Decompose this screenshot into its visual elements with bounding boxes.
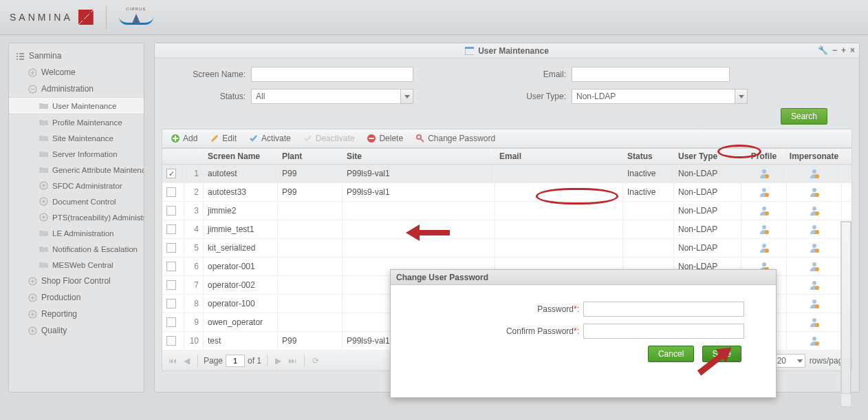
impersonate-icon[interactable] xyxy=(787,165,842,182)
save-button[interactable]: Save xyxy=(702,346,741,362)
col-status[interactable]: Status xyxy=(623,149,674,164)
nav-document-control[interactable]: Document Control xyxy=(9,193,144,209)
row-checkbox[interactable] xyxy=(166,169,176,178)
profile-icon[interactable] xyxy=(741,183,787,201)
first-page-icon[interactable]: ⏮ xyxy=(166,356,179,366)
svg-point-31 xyxy=(812,207,816,211)
row-checkbox[interactable] xyxy=(166,299,176,308)
nav-quality[interactable]: Quality xyxy=(9,322,144,339)
edit-button[interactable]: Edit xyxy=(204,132,242,145)
impersonate-icon[interactable] xyxy=(787,239,842,257)
svg-point-52 xyxy=(815,304,819,308)
impersonate-icon[interactable] xyxy=(787,276,842,294)
folder-icon xyxy=(39,134,48,143)
nav-welcome[interactable]: Welcome xyxy=(9,64,144,81)
table-row[interactable]: 4jimmie_test1Non-LDAP xyxy=(162,220,851,239)
change-password-button[interactable]: Change Password xyxy=(410,132,501,145)
minus-circle-icon xyxy=(28,85,37,94)
refresh-icon[interactable]: ⟳ xyxy=(310,356,321,366)
user-type-select[interactable]: Non-LDAP xyxy=(572,89,748,104)
nav-pts-admin[interactable]: PTS(traceability) Administration xyxy=(9,209,144,225)
col-profile[interactable]: Profile xyxy=(741,149,787,164)
nav-user-maintenance[interactable]: User Maintenance xyxy=(9,97,144,114)
cancel-button[interactable]: Cancel xyxy=(648,346,694,362)
maximize-icon[interactable]: + xyxy=(841,45,846,55)
nav-le-admin[interactable]: LE Administration xyxy=(9,225,144,241)
profile-icon[interactable] xyxy=(741,239,787,257)
grid-scrollbar[interactable] xyxy=(840,221,851,407)
col-impersonate[interactable]: Impersonate xyxy=(787,149,842,164)
nav-profile-maintenance[interactable]: Profile Maintenance xyxy=(9,114,144,130)
profile-icon[interactable] xyxy=(741,202,787,220)
table-row[interactable]: 3jimmie2Non-LDAP xyxy=(162,202,851,220)
table-row[interactable]: 2autotest33P99P99ls9-val1InactiveNon-LDA… xyxy=(162,183,851,202)
deactivate-button[interactable]: Deactivate xyxy=(298,132,360,145)
col-plant[interactable]: Plant xyxy=(278,149,343,164)
nav-shop-floor[interactable]: Shop Floor Control xyxy=(9,273,144,289)
check-blue-icon xyxy=(249,134,259,143)
impersonate-icon[interactable] xyxy=(787,220,842,238)
tree-root[interactable]: Sanmina xyxy=(9,48,144,64)
col-user-type[interactable]: User Type xyxy=(674,149,741,164)
next-page-icon[interactable]: ▶ xyxy=(273,356,283,366)
profile-icon[interactable] xyxy=(741,220,787,238)
impersonate-icon[interactable] xyxy=(787,313,842,331)
add-button[interactable]: Add xyxy=(165,132,203,145)
nav-notification[interactable]: Notification & Escalation xyxy=(9,241,144,257)
status-select[interactable]: All xyxy=(251,89,413,104)
minimize-icon[interactable]: − xyxy=(832,45,837,55)
change-password-dialog: Change User Password Password*: Confirm … xyxy=(390,269,777,398)
email-input[interactable] xyxy=(572,67,730,82)
impersonate-icon[interactable] xyxy=(787,183,842,201)
folder-icon xyxy=(39,260,48,269)
impersonate-icon[interactable] xyxy=(787,258,842,275)
svg-point-55 xyxy=(812,318,816,322)
nav-sfdc-admin[interactable]: SFDC Administrator xyxy=(9,178,144,193)
search-button[interactable]: Search xyxy=(781,108,827,125)
row-checkbox[interactable] xyxy=(166,243,176,253)
confirm-password-input[interactable] xyxy=(583,324,744,339)
col-site[interactable]: Site xyxy=(343,149,495,164)
row-checkbox[interactable] xyxy=(166,206,176,216)
col-email[interactable]: Email xyxy=(495,149,623,164)
svg-point-48 xyxy=(815,286,819,290)
folder-icon xyxy=(39,101,48,110)
page-size-select[interactable]: 20 xyxy=(774,354,805,368)
svg-rect-3 xyxy=(19,56,24,57)
impersonate-icon[interactable] xyxy=(787,332,842,350)
impersonate-icon[interactable] xyxy=(787,295,842,313)
row-checkbox[interactable] xyxy=(166,336,176,346)
row-checkbox[interactable] xyxy=(166,317,176,327)
table-row[interactable]: 1autotestP99P99ls9-val1InactiveNon-LDAP xyxy=(162,165,851,183)
row-checkbox[interactable] xyxy=(166,262,176,271)
folder-icon xyxy=(39,149,48,158)
impersonate-icon[interactable] xyxy=(787,202,842,220)
plus-circle-icon xyxy=(28,293,37,302)
delete-button[interactable]: Delete xyxy=(361,132,409,145)
prev-page-icon[interactable]: ◀ xyxy=(182,356,192,366)
nav-generic-attribute[interactable]: Generic Attribute Maintenance xyxy=(9,162,144,178)
last-page-icon[interactable]: ⏭ xyxy=(286,356,299,366)
page-input[interactable] xyxy=(226,355,245,367)
nav-reporting[interactable]: Reporting xyxy=(9,306,144,322)
activate-button[interactable]: Activate xyxy=(243,132,296,145)
close-icon[interactable]: × xyxy=(850,45,855,55)
wrench-icon[interactable]: 🔧 xyxy=(818,45,828,55)
row-checkbox[interactable] xyxy=(166,280,176,290)
row-checkbox[interactable] xyxy=(166,224,176,234)
col-screen-name[interactable]: Screen Name xyxy=(204,149,278,164)
app-header: SANMINA CIRRUS xyxy=(0,0,868,35)
plus-circle-icon xyxy=(39,197,48,206)
svg-point-59 xyxy=(812,337,816,341)
nav-server-information[interactable]: Server Information xyxy=(9,146,144,162)
nav-administration[interactable]: Administration xyxy=(9,81,144,97)
profile-icon[interactable] xyxy=(741,165,787,182)
table-row[interactable]: 5kit_serializedNon-LDAP xyxy=(162,239,851,258)
row-checkbox[interactable] xyxy=(166,187,176,197)
nav-site-maintenance[interactable]: Site Maintenance xyxy=(9,130,144,146)
nav-mesweb-central[interactable]: MESWeb Central xyxy=(9,257,144,273)
nav-production[interactable]: Production xyxy=(9,289,144,306)
password-input[interactable] xyxy=(583,302,744,317)
screen-name-input[interactable] xyxy=(251,67,413,82)
email-label: Email: xyxy=(489,70,572,79)
